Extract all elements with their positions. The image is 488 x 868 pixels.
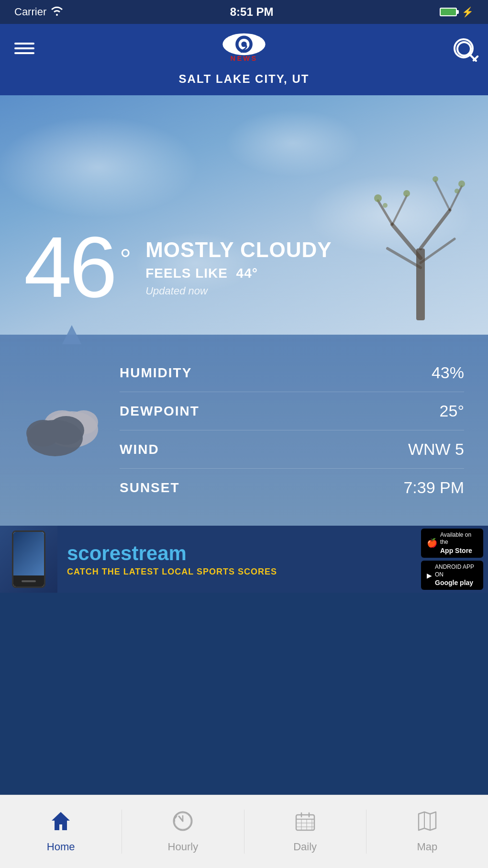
status-bar: Carrier 8:51 PM ⚡ [0,0,488,24]
appstore-button[interactable]: 🍎 Available on the App Store [421,529,483,558]
cloud-icon [24,401,100,460]
svg-marker-29 [52,812,70,830]
daily-icon [294,810,316,837]
phone-mockup [12,530,45,588]
dewpoint-label: DEWPOINT [120,404,200,419]
charging-icon: ⚡ [462,6,474,18]
carrier-wifi: Carrier [14,5,64,19]
svg-rect-35 [296,815,314,830]
google-play-icon: ▶ [427,572,432,579]
temperature-display: 46 ° MOSTLY CLOUDY FEELS LIKE 44° Update… [24,228,332,306]
svg-line-7 [469,54,476,61]
temperature-value: 46 [24,228,115,306]
sunset-value: 7:39 PM [403,478,464,497]
humidity-label: HUMIDITY [120,365,192,381]
sunset-label: SUNSET [120,480,180,496]
nav-home-label: Home [47,841,75,853]
svg-point-20 [433,176,438,182]
dewpoint-value: 25° [440,402,464,420]
svg-point-17 [374,194,382,202]
ad-store-buttons: 🍎 Available on the App Store ▶ ANDROID A… [416,526,488,593]
weather-info: MOSTLY CLOUDY FEELS LIKE 44° Updated now [145,228,332,297]
search-button[interactable] [454,38,474,58]
app-logo: 2 NEWS [220,33,268,64]
tree-silhouette [373,153,469,320]
battery-icon [440,8,457,16]
weather-condition: MOSTLY CLOUDY [145,238,332,262]
svg-line-14 [392,196,407,225]
sunset-row: SUNSET 7:39 PM [120,469,464,507]
nav-map-label: Map [417,841,437,853]
hourly-icon [172,810,194,837]
apple-icon: 🍎 [427,538,437,548]
weather-hero: 46 ° MOSTLY CLOUDY FEELS LIKE 44° Update… [0,95,488,335]
ad-logo: scorestream [67,542,407,565]
ad-content: scorestream CATCH THE LATEST LOCAL SPORT… [57,535,416,584]
nav-home[interactable]: Home [0,795,122,868]
feels-like: FEELS LIKE 44° [145,266,332,281]
googleplay-button[interactable]: ▶ ANDROID APP ON Google play [421,561,483,590]
humidity-row: HUMIDITY 43% [120,354,464,392]
svg-text:2: 2 [240,42,247,55]
nav-daily[interactable]: Daily [244,795,366,868]
cbs-eye-svg: 2 NEWS [220,33,268,64]
svg-point-18 [403,190,410,197]
svg-point-19 [458,180,465,187]
svg-line-16 [435,181,450,210]
dewpoint-row: DEWPOINT 25° [120,392,464,430]
bottom-nav: Home Hourly [0,795,488,868]
svg-line-10 [421,210,450,248]
app-header: 2 NEWS SALT LAKE CITY, UT [0,24,488,95]
weather-details-table: HUMIDITY 43% DEWPOINT 25° WIND WNW 5 SUN… [120,354,464,507]
wifi-icon [50,5,64,19]
wind-label: WIND [120,442,159,457]
svg-marker-44 [419,812,436,830]
wind-row: WIND WNW 5 [120,430,464,469]
nav-hourly-label: Hourly [168,841,199,853]
city-label: SALT LAKE CITY, UT [179,72,310,86]
nav-hourly[interactable]: Hourly [122,795,244,868]
updated-text: Updated now [145,285,332,297]
status-time: 8:51 PM [230,5,274,19]
weather-main: 46 ° MOSTLY CLOUDY FEELS LIKE 44° Update… [0,228,332,316]
carrier-label: Carrier [14,6,46,18]
nav-daily-label: Daily [293,841,317,853]
svg-point-28 [48,416,84,445]
humidity-value: 43% [432,363,464,382]
degree-symbol: ° [120,243,131,276]
ad-phone-image [0,526,57,593]
map-icon [416,810,438,837]
svg-text:NEWS: NEWS [231,55,258,62]
status-icons: ⚡ [440,6,474,18]
ad-banner[interactable]: scorestream CATCH THE LATEST LOCAL SPORT… [0,526,488,593]
ad-tagline: CATCH THE LATEST LOCAL SPORTS SCORES [67,567,407,577]
menu-button[interactable] [14,43,34,54]
svg-point-21 [383,203,388,208]
nav-map[interactable]: Map [366,795,488,868]
weather-details-panel: HUMIDITY 43% DEWPOINT 25° WIND WNW 5 SUN… [0,335,488,526]
home-icon [50,810,72,837]
wind-value: WNW 5 [408,440,464,459]
svg-point-22 [455,189,459,193]
